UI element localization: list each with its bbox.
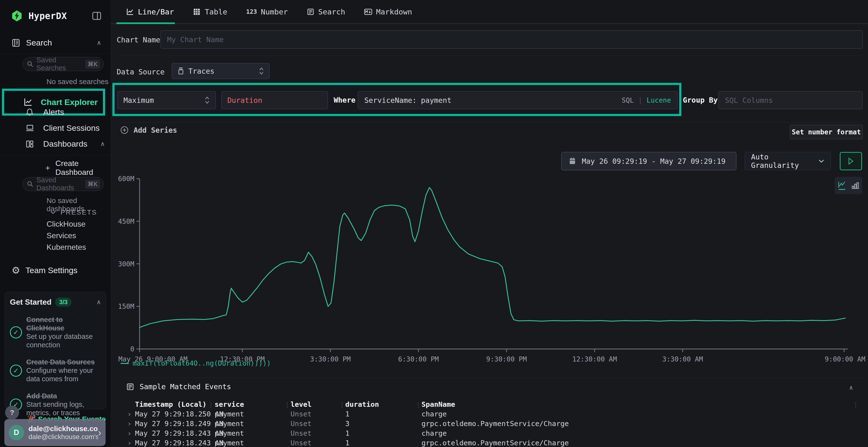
y-tick-label: 450M — [118, 217, 134, 226]
checklist-item[interactable]: ✓ Connect to ClickHouse Set up your data… — [10, 315, 101, 349]
check-circle-icon: ✓ — [10, 365, 22, 377]
table-cell: Unset — [290, 419, 311, 428]
gear-icon: ⚙ — [11, 265, 20, 275]
journal-icon — [11, 38, 20, 47]
column-header[interactable]: SpanName — [422, 400, 455, 409]
group-by-input[interactable] — [725, 96, 856, 105]
table-row[interactable]: ›May 27 9:29:18.249 AMpaymentUnset3grpc.… — [117, 419, 862, 429]
checklist-item-title: Add Data — [26, 392, 57, 400]
expand-row-icon[interactable]: › — [127, 429, 131, 437]
table-row[interactable]: ›May 27 9:29:18.243 AMpaymentUnset1charg… — [117, 429, 862, 439]
set-number-format-button[interactable]: Set number format — [790, 125, 863, 139]
chevron-up-icon: ∧ — [97, 39, 101, 46]
database-icon — [177, 67, 184, 75]
collapse-sidebar-icon[interactable] — [92, 12, 101, 20]
sidebar-item-services[interactable]: Services — [46, 231, 76, 240]
lucene-toggle[interactable]: Lucene — [647, 96, 671, 104]
sidebar-item-clickhouse[interactable]: ClickHouse — [46, 220, 86, 229]
create-dashboard-button[interactable]: + Create Dashboard — [45, 159, 108, 177]
column-drag-handle-icon[interactable]: ⋮ — [339, 401, 345, 409]
expand-row-icon[interactable]: › — [127, 419, 131, 428]
sidebar-item-search[interactable]: Search ∧ — [11, 38, 101, 47]
sidebar-item-team-settings[interactable]: ⚙ Team Settings — [11, 265, 101, 275]
tab-table[interactable]: Table — [193, 0, 227, 24]
legend-swatch — [121, 363, 129, 364]
table-row[interactable]: ›May 27 9:29:18.243 AMpaymentUnset1grpc.… — [117, 439, 862, 447]
dashboard-grid-icon — [25, 140, 34, 148]
tab-number[interactable]: 123 Number — [246, 0, 288, 24]
tab-search[interactable]: Search — [307, 0, 345, 24]
saved-dashboards-input[interactable]: Saved Dashboards ⌘K — [23, 177, 104, 191]
table-cell: payment — [215, 439, 244, 447]
get-started-title: Get Started — [10, 298, 51, 307]
plus-circle-icon — [120, 126, 129, 134]
sidebar-item-label: Client Sessions — [43, 123, 100, 133]
x-tick-label: 3:30:00 PM — [310, 355, 351, 363]
column-drag-handle-icon[interactable]: ⋮ — [208, 401, 214, 409]
field-select[interactable]: Duration — [221, 91, 328, 109]
sidebar-item-alerts[interactable]: Alerts — [25, 107, 105, 117]
granularity-select[interactable]: Auto Granularity — [745, 152, 831, 170]
play-icon — [848, 158, 854, 165]
sidebar-item-client-sessions[interactable]: Client Sessions — [25, 123, 105, 133]
checklist-item-desc: Start sending logs, metrics, or traces — [26, 401, 84, 417]
column-options-icon[interactable]: ⋮ — [852, 401, 859, 409]
chart-name-field[interactable] — [161, 30, 863, 49]
table-row[interactable]: ›May 27 9:29:18.250 AMpaymentUnset1charg… — [117, 410, 862, 419]
shortcut-badge: ⌘K — [85, 60, 100, 69]
chart-legend[interactable]: maxIf(toFloat64O..ng(Duration))))) — [121, 359, 271, 367]
date-range-value: May 26 09:29:19 - May 27 09:29:19 — [582, 157, 725, 166]
saved-searches-input[interactable]: Saved Searches ⌘K — [23, 57, 104, 71]
tab-line-bar[interactable]: Line/Bar — [126, 0, 174, 24]
sql-toggle[interactable]: SQL — [622, 96, 634, 104]
sidebar-item-label: Search — [26, 38, 52, 47]
help-button[interactable]: ? — [5, 406, 19, 419]
laptop-icon — [25, 124, 34, 133]
checklist-item[interactable]: ✓ Create Data Sources Configure where yo… — [10, 358, 101, 383]
search-icon — [27, 61, 33, 67]
column-drag-handle-icon[interactable]: ⋮ — [415, 401, 422, 409]
expand-row-icon[interactable]: › — [127, 410, 131, 418]
divider — [117, 378, 866, 378]
data-source-select[interactable]: Traces — [172, 63, 270, 79]
chart-name-input[interactable] — [167, 35, 856, 44]
table-cell: 1 — [345, 429, 349, 437]
column-header[interactable]: Timestamp (Local) — [135, 400, 207, 409]
table-icon — [193, 8, 201, 16]
tab-markdown[interactable]: Markdown — [364, 0, 412, 24]
chart-canvas[interactable]: 0150M300M450M600MMay 26 9:00:00 AM12:30:… — [111, 169, 868, 369]
presets-toggle[interactable]: PRESETS — [50, 209, 108, 216]
table-cell: 1 — [345, 410, 349, 418]
where-field[interactable]: ServiceName: payment SQL | Lucene — [358, 91, 678, 109]
user-menu[interactable]: D dale@clickhouse.com dale@clickhouse.co… — [4, 419, 105, 446]
collapse-panel-icon[interactable]: ∧ — [849, 384, 853, 391]
group-by-field[interactable] — [718, 91, 863, 109]
column-header[interactable]: duration — [345, 400, 379, 409]
get-started-header[interactable]: Get Started 3/3 ∧ — [10, 298, 101, 307]
line-bar-icon — [126, 8, 134, 16]
aggregation-select[interactable]: Maximum — [117, 91, 216, 109]
date-range-picker[interactable]: May 26 09:29:19 - May 27 09:29:19 — [561, 152, 736, 170]
sidebar-divider — [0, 54, 111, 54]
expand-row-icon[interactable]: › — [127, 439, 131, 447]
active-tab-underline — [117, 23, 175, 24]
sidebar-item-dashboards[interactable]: Dashboards ∧ — [25, 139, 105, 148]
column-header[interactable]: level — [290, 400, 311, 409]
sidebar-item-kubernetes[interactable]: Kubernetes — [46, 243, 86, 252]
get-started-progress-badge: 3/3 — [55, 298, 71, 307]
logo-row[interactable]: HyperDX — [10, 10, 101, 22]
sample-events-header[interactable]: Sample Matched Events — [126, 382, 231, 391]
column-header[interactable]: service — [215, 400, 244, 409]
legend-series-name: maxIf(toFloat64O..ng(Duration))))) — [133, 359, 271, 367]
where-label: Where — [334, 96, 355, 104]
checklist-item[interactable]: ✓ Add Data Start sending logs, metrics, … — [10, 392, 101, 417]
saved-searches-placeholder: Saved Searches — [36, 56, 85, 72]
app-window: HyperDX Search ∧ — [0, 0, 868, 447]
add-series-button[interactable]: Add Series — [120, 126, 177, 134]
x-tick-label: 12:30:00 AM — [572, 355, 617, 363]
column-drag-handle-icon[interactable]: ⋮ — [284, 401, 290, 409]
chevron-down-icon — [50, 210, 56, 215]
run-query-button[interactable] — [840, 152, 862, 170]
number-123-icon: 123 — [246, 8, 257, 15]
table-cell: May 27 9:29:18.243 AM — [135, 429, 223, 437]
